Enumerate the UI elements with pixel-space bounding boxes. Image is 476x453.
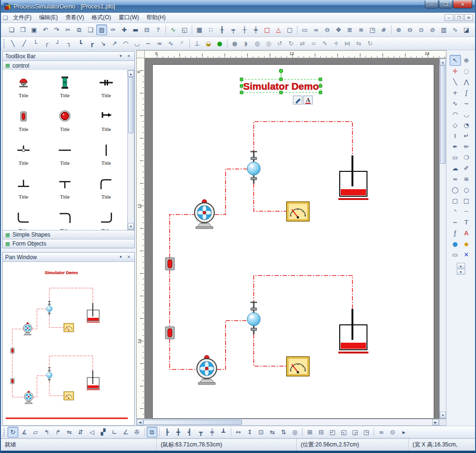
toolbox-item-tee-up[interactable]: Title (3, 175, 44, 209)
spacing-icon[interactable]: ⇆ (353, 38, 364, 49)
ungroup-icon[interactable]: ⊟ (316, 427, 327, 438)
scroll-down-button[interactable]: ▼ (440, 412, 446, 418)
led-icon[interactable]: ● (214, 38, 225, 49)
fill-tool-icon[interactable]: ◆ (461, 238, 472, 249)
connection-point-icon[interactable]: ┼ (239, 24, 250, 35)
move-tool-icon[interactable]: ✛ (450, 66, 461, 77)
toolbox-item-valve-tee[interactable]: Title (3, 141, 44, 175)
scroll-up-button[interactable]: ▲ (128, 70, 134, 77)
undo-icon[interactable]: ↶ (40, 24, 51, 35)
skew-icon[interactable]: ▞ (98, 427, 109, 438)
align-bottom-icon[interactable]: ┻ (218, 427, 229, 438)
pan-icon[interactable]: ✥ (333, 24, 344, 35)
chart-curve-tool-icon[interactable]: ≈ (450, 174, 461, 184)
circle-tool-icon[interactable]: ○ (461, 184, 472, 195)
toolbox-item-nozzle[interactable]: Title (86, 107, 127, 141)
zoom-selection-icon[interactable]: ⊙ (416, 24, 427, 35)
rounded-rect-tool-icon[interactable]: ▢ (450, 195, 461, 206)
rotation-handle[interactable] (279, 69, 283, 73)
scrollbar-track[interactable] (440, 65, 446, 412)
layers-icon[interactable]: ≋ (356, 24, 367, 35)
zoom-out-2-icon[interactable]: ⊖ (405, 24, 415, 35)
save-icon[interactable]: ▣ (29, 24, 39, 35)
scroll-right-button[interactable]: ▶ (432, 419, 439, 425)
properties-icon[interactable]: ≣ (344, 24, 355, 35)
pipe-joint-icon[interactable]: ⊥ (192, 38, 203, 49)
menu-help[interactable]: 帮助(H) (143, 13, 170, 23)
snap-grid-icon[interactable]: ∷ (205, 24, 216, 35)
crop-icon[interactable]: # (378, 24, 389, 35)
pencil-tool-icon[interactable]: ✏ (461, 141, 472, 152)
select-pointer-icon[interactable]: ◱ (179, 24, 190, 35)
select-tool-icon[interactable]: ↖ (450, 55, 461, 66)
paste-special-icon[interactable]: ▨ (96, 24, 107, 35)
dashed-line-tool-icon[interactable]: ┄ (461, 206, 472, 217)
toolbar-grip[interactable] (3, 428, 5, 437)
menu-format[interactable]: 格式(O) (88, 13, 115, 23)
toolbox-item-beacon[interactable]: Title (3, 74, 44, 107)
squiggle-tool-icon[interactable]: ∽ (450, 217, 461, 228)
connector-step-2-icon[interactable]: ┏ (86, 38, 97, 49)
toolbox-item-pipe-vertical[interactable]: Title (86, 141, 127, 175)
connector-arc-icon[interactable]: ◜ (177, 38, 187, 49)
space-across-icon[interactable]: ⇆ (267, 427, 278, 438)
swap-icon[interactable]: ⇄ (297, 38, 308, 49)
menu-window[interactable]: 窗口(W) (115, 13, 142, 23)
rotate-angle-icon[interactable]: ∡ (19, 427, 30, 438)
rotate-tool-icon[interactable]: ↻ (365, 38, 375, 49)
shadow-ring-icon[interactable]: ◍ (252, 38, 263, 49)
pen-tool-icon[interactable]: ✒ (450, 141, 461, 152)
frame-tool-icon[interactable]: ▭ (450, 249, 461, 260)
toolbox-item-elbow-nw[interactable]: Title (44, 209, 86, 230)
rotate-free-icon[interactable]: ↻ (8, 427, 18, 438)
send-backward-icon[interactable]: ◳ (361, 427, 372, 438)
paste-icon[interactable]: ❑ (85, 24, 96, 35)
scrollbar-thumb[interactable] (143, 420, 242, 425)
scroll-down-button[interactable]: ▼ (128, 223, 134, 230)
align-center-icon[interactable]: ╋ (173, 427, 184, 438)
scroll-down-button[interactable]: ▼ (457, 269, 465, 275)
chart-area-icon[interactable]: ◪ (461, 24, 472, 35)
connector-elbow-1-icon[interactable]: └ (30, 38, 41, 49)
scrollbar-thumb[interactable] (128, 77, 133, 133)
toolbox-item-indicator[interactable]: Title (3, 107, 44, 141)
triangle-tool-icon[interactable]: △ (273, 24, 284, 35)
crosshair-tool-icon[interactable]: + (450, 87, 461, 98)
hyperlink-icon[interactable]: ∞ (376, 427, 387, 438)
panel-collapse-button[interactable]: ▼ (117, 254, 124, 261)
rect-tool-icon[interactable]: □ (461, 195, 472, 206)
print-icon[interactable]: ⊟ (141, 24, 152, 35)
rotate-cw-icon[interactable]: ↻ (286, 38, 297, 49)
grid-icon[interactable]: ▦ (194, 24, 205, 35)
open-icon[interactable]: ❒ (17, 24, 28, 35)
drawing-canvas[interactable]: A (145, 58, 439, 419)
mdi-close-button[interactable]: ✕ (464, 14, 473, 21)
toolbox-item-pipe-flange[interactable]: Title (86, 74, 127, 107)
connector-bezier-icon[interactable]: ∿ (165, 38, 176, 49)
library-icon[interactable]: ◳ (367, 24, 378, 35)
align-left-icon[interactable]: ┣ (162, 427, 172, 438)
connector-s-icon[interactable]: ∽ (143, 38, 154, 49)
connector-step-icon[interactable]: ┗ (75, 38, 86, 49)
toolbox-item-elbow-ne[interactable]: Title (86, 175, 127, 209)
panel-close-button[interactable]: ✕ (125, 53, 132, 60)
send-back-icon[interactable]: ◱ (338, 427, 349, 438)
scroll-left-button[interactable]: ◀ (137, 419, 143, 425)
cut-icon[interactable]: ✂ (62, 24, 73, 35)
polyline-tool-icon[interactable]: ⋀ (461, 77, 472, 87)
connector-elbow-3-icon[interactable]: ┘ (53, 38, 63, 49)
add-icon[interactable]: ✚ (119, 24, 130, 35)
zoom-pointer-icon[interactable]: ⊕ (461, 55, 472, 66)
bubble-tool-icon[interactable]: ❍ (461, 152, 472, 163)
polygon-tool-icon[interactable]: ◇ (450, 120, 461, 131)
scrollbar-track[interactable] (128, 77, 134, 223)
connector-curve-icon[interactable]: ◠ (120, 38, 131, 49)
chart-line-icon[interactable]: ∿ (450, 24, 460, 35)
same-height-icon[interactable]: ↕ (244, 427, 255, 438)
canvas-horizontal-scrollbar[interactable]: ◀ ▶ (136, 419, 439, 426)
bring-forward-icon[interactable]: ◲ (350, 427, 360, 438)
script-tool-icon[interactable]: ƒ (450, 228, 461, 238)
format-painter-icon[interactable]: ✑ (108, 24, 118, 35)
wave-tool-icon[interactable]: ≋ (461, 174, 472, 184)
new-icon[interactable]: ❏ (6, 24, 17, 35)
